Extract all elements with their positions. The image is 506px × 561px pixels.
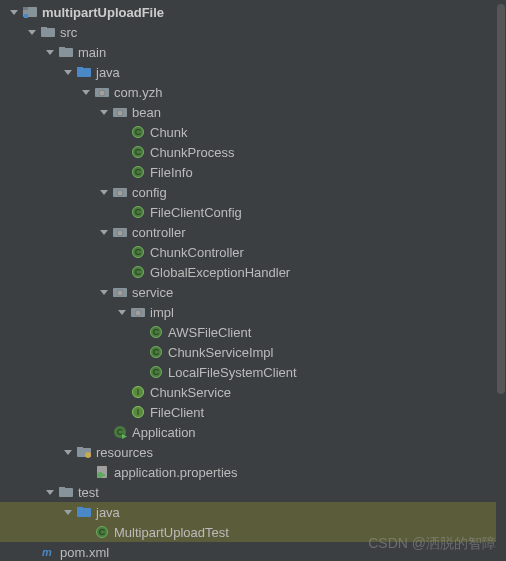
svg-marker-77 xyxy=(64,510,72,515)
class-icon: C xyxy=(130,164,146,180)
expand-arrow-icon[interactable] xyxy=(78,84,94,100)
tree-row[interactable]: main xyxy=(0,42,506,62)
tree-item-label: ChunkService xyxy=(150,385,231,400)
tree-row[interactable]: CAWSFileClient xyxy=(0,322,506,342)
expand-arrow-icon[interactable] xyxy=(96,224,112,240)
tree-item-label: application.properties xyxy=(114,465,238,480)
class-icon: C xyxy=(130,124,146,140)
package-icon xyxy=(112,224,128,240)
class-icon: C xyxy=(130,144,146,160)
scrollbar[interactable] xyxy=(496,0,506,561)
tree-row[interactable]: CChunkProcess xyxy=(0,142,506,162)
tree-item-label: FileClient xyxy=(150,405,204,420)
tree-row[interactable]: src xyxy=(0,22,506,42)
scrollbar-thumb[interactable] xyxy=(497,4,505,394)
tree-row[interactable]: java xyxy=(0,502,506,522)
expand-arrow-icon[interactable] xyxy=(114,304,130,320)
tree-row[interactable]: controller xyxy=(0,222,506,242)
svg-text:I: I xyxy=(137,407,140,417)
svg-text:C: C xyxy=(135,127,142,137)
tree-row[interactable]: resources xyxy=(0,442,506,462)
class-icon: C xyxy=(130,244,146,260)
svg-rect-2 xyxy=(23,7,28,10)
tree-row[interactable]: CChunk xyxy=(0,122,506,142)
expand-arrow-icon[interactable] xyxy=(96,284,112,300)
svg-point-18 xyxy=(117,110,123,116)
svg-point-45 xyxy=(117,290,123,296)
svg-rect-76 xyxy=(59,487,65,490)
expand-arrow-icon[interactable] xyxy=(42,44,58,60)
tree-row[interactable]: CFileClientConfig xyxy=(0,202,506,222)
tree-row[interactable]: CGlobalExceptionHandler xyxy=(0,262,506,282)
svg-point-30 xyxy=(117,190,123,196)
expand-arrow-icon[interactable] xyxy=(60,64,76,80)
svg-marker-46 xyxy=(118,310,126,315)
tree-item-label: multipartUploadFile xyxy=(42,5,164,20)
project-tree[interactable]: multipartUploadFilesrcmainjavacom.yzhbea… xyxy=(0,0,506,561)
expand-arrow-icon[interactable] xyxy=(60,504,76,520)
tree-row[interactable]: CLocalFileSystemClient xyxy=(0,362,506,382)
tree-row[interactable]: bean xyxy=(0,102,506,122)
package-icon xyxy=(112,184,128,200)
expand-arrow-icon[interactable] xyxy=(60,444,76,460)
tree-row[interactable]: impl xyxy=(0,302,506,322)
svg-point-70 xyxy=(85,452,91,458)
class-icon: C xyxy=(148,364,164,380)
tree-row[interactable]: CFileInfo xyxy=(0,162,506,182)
tree-item-label: Application xyxy=(132,425,196,440)
tree-row[interactable]: com.yzh xyxy=(0,82,506,102)
expand-arrow-icon[interactable] xyxy=(24,24,40,40)
expand-arrow-icon[interactable] xyxy=(6,4,22,20)
tree-item-label: java xyxy=(96,65,120,80)
svg-marker-16 xyxy=(100,110,108,115)
folder-src-icon xyxy=(76,504,92,520)
svg-marker-28 xyxy=(100,190,108,195)
interface-icon: I xyxy=(130,384,146,400)
svg-text:I: I xyxy=(137,387,140,397)
tree-item-label: resources xyxy=(96,445,153,460)
tree-row[interactable]: multipartUploadFile xyxy=(0,2,506,22)
expand-arrow-icon[interactable] xyxy=(96,104,112,120)
class-run-icon: C xyxy=(112,424,128,440)
expand-arrow-icon[interactable] xyxy=(96,184,112,200)
class-icon: C xyxy=(130,264,146,280)
tree-item-label: test xyxy=(78,485,99,500)
tree-row[interactable]: mpom.xml xyxy=(0,542,506,561)
package-icon xyxy=(130,304,146,320)
expand-arrow-icon[interactable] xyxy=(42,484,58,500)
tree-row[interactable]: CApplication xyxy=(0,422,506,442)
tree-item-label: ChunkServiceImpl xyxy=(168,345,274,360)
svg-text:C: C xyxy=(135,267,142,277)
tree-item-label: FileClientConfig xyxy=(150,205,242,220)
folder-res-icon xyxy=(76,444,92,460)
svg-rect-9 xyxy=(59,47,65,50)
tree-row[interactable]: CMultipartUploadTest xyxy=(0,522,506,542)
svg-marker-0 xyxy=(10,10,18,15)
svg-marker-67 xyxy=(64,450,72,455)
svg-text:C: C xyxy=(153,327,160,337)
class-icon: C xyxy=(130,204,146,220)
tree-item-label: config xyxy=(132,185,167,200)
tree-row[interactable]: CChunkController xyxy=(0,242,506,262)
svg-text:C: C xyxy=(135,247,142,257)
tree-row[interactable]: service xyxy=(0,282,506,302)
tree-row[interactable]: application.properties xyxy=(0,462,506,482)
tree-row[interactable]: IChunkService xyxy=(0,382,506,402)
module-icon xyxy=(22,4,38,20)
tree-row[interactable]: java xyxy=(0,62,506,82)
tree-row[interactable]: IFileClient xyxy=(0,402,506,422)
folder-icon xyxy=(58,44,74,60)
tree-row[interactable]: test xyxy=(0,482,506,502)
package-icon xyxy=(94,84,110,100)
tree-row[interactable]: config xyxy=(0,182,506,202)
svg-rect-3 xyxy=(24,14,28,18)
svg-marker-34 xyxy=(100,230,108,235)
class-icon: C xyxy=(94,524,110,540)
svg-text:C: C xyxy=(99,527,106,537)
tree-item-label: AWSFileClient xyxy=(168,325,251,340)
svg-text:C: C xyxy=(135,147,142,157)
svg-text:C: C xyxy=(135,207,142,217)
folder-icon xyxy=(58,484,74,500)
tree-item-label: main xyxy=(78,45,106,60)
tree-row[interactable]: CChunkServiceImpl xyxy=(0,342,506,362)
